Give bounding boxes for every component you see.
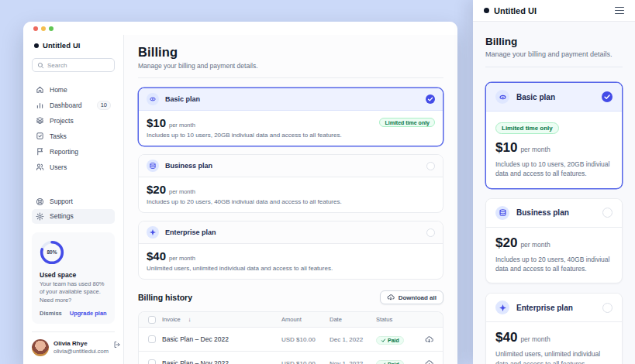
plan-name: Business plan (516, 208, 569, 217)
plan-radio-unselected[interactable] (602, 303, 613, 313)
sidebar-item-users[interactable]: Users (32, 160, 115, 174)
row-checkbox[interactable] (148, 359, 156, 364)
search-icon (37, 62, 44, 69)
plan-radio-unselected[interactable] (602, 208, 613, 218)
users-icon (36, 163, 44, 171)
usage-title: Used space (40, 271, 107, 279)
plan-business-header[interactable]: Business plan (139, 155, 443, 177)
sidebar-item-tasks[interactable]: Tasks (32, 129, 115, 143)
logo-dot-icon (34, 43, 39, 48)
plan-price: $20 (147, 183, 166, 196)
app-logo: Untitled UI (484, 6, 537, 15)
minimize-window-button[interactable] (41, 26, 46, 31)
user-email: olivia@untitledui.com (53, 348, 109, 355)
page-title: Billing (485, 36, 623, 47)
search-input[interactable] (47, 62, 109, 69)
plan-enterprise-header[interactable]: Enterprise plan (139, 221, 443, 244)
plan-enterprise-header[interactable]: Enterprise plan (486, 294, 622, 322)
usage-progress-ring: 80% (40, 240, 64, 265)
plan-period: per month (169, 188, 195, 195)
sidebar: Untitled UI Home Dashboard 10 (23, 35, 124, 364)
plan-description: Unlimited users, unlimited individual da… (495, 349, 613, 364)
logo-dot-icon (484, 8, 489, 13)
window-titlebar (23, 22, 457, 35)
dismiss-link[interactable]: Dismiss (40, 310, 62, 317)
app-name: Untitled UI (43, 41, 81, 50)
search-box[interactable] (32, 58, 115, 72)
invoice-amount: USD $10.00 (281, 360, 330, 364)
plan-name: Basic plan (165, 95, 200, 103)
page-title: Billing (138, 45, 443, 60)
row-checkbox[interactable] (148, 335, 156, 343)
plan-selected-check-icon[interactable] (602, 91, 613, 102)
logout-icon[interactable] (113, 341, 121, 349)
status-badge: Paid (376, 360, 404, 364)
sidebar-item-projects[interactable]: Projects (32, 113, 115, 128)
mobile-header: Untitled UI (473, 0, 635, 22)
plan-description: Includes up to 10 users, 20GB indiviual … (495, 160, 613, 179)
plan-card-enterprise: Enterprise plan $40 per month Unlimited … (138, 221, 443, 280)
sidebar-item-dashboard[interactable]: Dashboard 10 (32, 98, 115, 112)
business-plan-icon (495, 206, 509, 220)
mobile-view: Untitled UI Billing Manage your billing … (473, 0, 635, 364)
home-icon (36, 85, 44, 94)
plan-business-header[interactable]: Business plan (486, 199, 622, 228)
plan-description: Includes up to 20 users, 40GB indiviual … (147, 198, 435, 205)
sidebar-item-label: Projects (50, 117, 74, 125)
close-window-button[interactable] (33, 26, 38, 31)
plan-basic-header[interactable]: Basic plan (139, 88, 443, 111)
plan-price: $10 (147, 116, 166, 129)
business-plan-icon (147, 160, 159, 172)
download-invoice-icon[interactable] (416, 359, 433, 364)
plan-basic-header[interactable]: Basic plan (486, 83, 622, 112)
enterprise-plan-icon (495, 300, 509, 314)
maximize-window-button[interactable] (49, 26, 53, 31)
plan-period: per month (520, 335, 550, 343)
sidebar-item-reporting[interactable]: Reporting (32, 144, 115, 159)
sidebar-item-label: Support (50, 197, 73, 205)
usage-percent: 80% (40, 240, 64, 265)
sort-descending-icon[interactable]: ↓ (188, 316, 192, 323)
sidebar-item-settings[interactable]: Settings (32, 209, 115, 224)
plan-description: Includes up to 20 users, 40GB indiviual … (495, 255, 613, 274)
invoice-date: Nov 1, 2022 (330, 360, 376, 364)
limited-time-badge: Limited time only (495, 122, 559, 134)
hamburger-menu-icon[interactable] (615, 5, 624, 16)
app-logo: Untitled UI (32, 41, 115, 50)
cloud-download-icon (387, 294, 395, 301)
divider (485, 67, 623, 67)
layers-icon (36, 116, 44, 125)
table-header-row: Invoice ↓ Amount Date Status (139, 312, 443, 328)
plan-name: Enterprise plan (516, 304, 573, 312)
sidebar-item-label: Dashboard (50, 101, 82, 109)
plan-card-business: Business plan $20 per month Includes up … (138, 154, 443, 213)
sidebar-nav: Home Dashboard 10 Projects Tasks R (32, 82, 115, 174)
invoice-name: Basic Plan – Dec 2022 (162, 335, 229, 343)
user-name: Olivia Rhye (53, 340, 109, 348)
column-date: Date (330, 316, 376, 323)
invoice-name: Basic Plan – Nov 2022 (162, 359, 229, 364)
sidebar-item-support[interactable]: Support (32, 194, 115, 209)
avatar (32, 339, 49, 356)
basic-plan-icon (147, 93, 159, 105)
download-all-button[interactable]: Download all (380, 290, 443, 304)
table-row: Basic Plan – Dec 2022 USD $10.00 Dec 1, … (139, 328, 443, 352)
limited-time-badge: Limited time only (379, 118, 435, 127)
plan-price: $10 (495, 140, 517, 156)
plan-name: Enterprise plan (165, 228, 216, 236)
plan-selected-check-icon[interactable] (426, 94, 435, 104)
usage-description: Your team has used 80% of your available… (40, 280, 107, 305)
download-invoice-icon[interactable] (416, 335, 433, 344)
select-all-checkbox[interactable] (148, 316, 156, 324)
dashboard-count-badge: 10 (97, 101, 111, 110)
bar-chart-icon (36, 101, 44, 109)
check-square-icon (36, 132, 44, 140)
divider (138, 77, 443, 78)
sidebar-item-home[interactable]: Home (32, 82, 115, 97)
upgrade-plan-link[interactable]: Upgrade plan (70, 310, 107, 317)
status-badge: Paid (376, 336, 404, 345)
gear-icon (36, 212, 44, 221)
plan-radio-unselected[interactable] (426, 228, 435, 237)
sidebar-item-label: Settings (50, 212, 74, 220)
plan-radio-unselected[interactable] (426, 162, 435, 170)
